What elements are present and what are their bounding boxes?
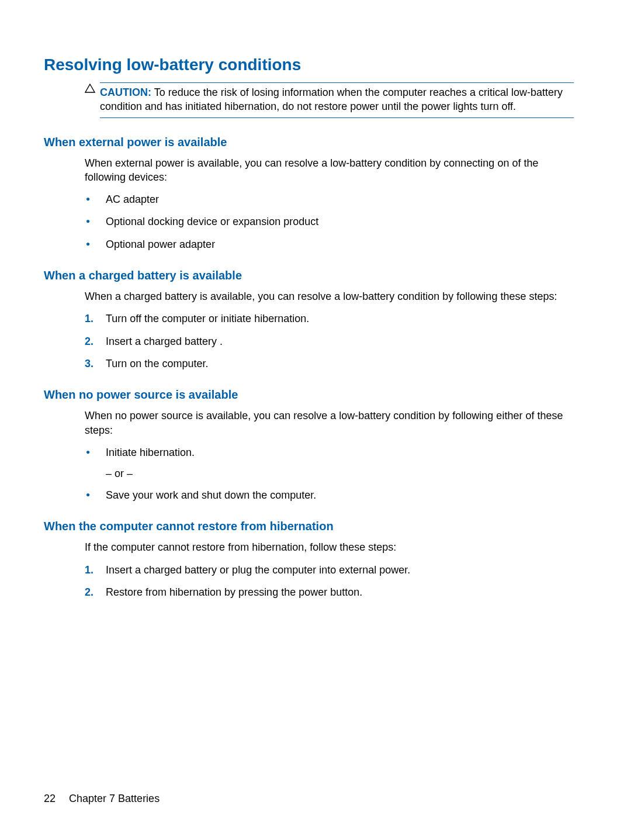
numbered-list: Turn off the computer or initiate hibern…	[85, 312, 574, 371]
paragraph: When a charged battery is available, you…	[85, 289, 574, 303]
list-item: Insert a charged battery or plug the com…	[85, 563, 574, 577]
list-item: Initiate hibernation.	[85, 445, 574, 459]
list-item: AC adapter	[85, 192, 574, 206]
list-item: Optional power adapter	[85, 237, 574, 251]
caution-note: CAUTION: To reduce the risk of losing in…	[85, 82, 574, 118]
list-item: Optional docking device or expansion pro…	[85, 215, 574, 229]
caution-box: CAUTION: To reduce the risk of losing in…	[100, 82, 574, 118]
caution-text: To reduce the risk of losing information…	[100, 87, 563, 112]
caution-triangle-icon	[85, 84, 95, 96]
list-item: Insert a charged battery .	[85, 334, 574, 348]
paragraph: When no power source is available, you c…	[85, 409, 574, 437]
list-item: Turn on the computer.	[85, 357, 574, 371]
list-item: Restore from hibernation by pressing the…	[85, 585, 574, 599]
list-item: Turn off the computer or initiate hibern…	[85, 312, 574, 326]
heading-charged-battery: When a charged battery is available	[44, 269, 574, 282]
heading-cannot-restore: When the computer cannot restore from hi…	[44, 520, 574, 533]
page-number: 22	[44, 793, 56, 804]
heading-no-power: When no power source is available	[44, 388, 574, 402]
bullet-list: Save your work and shut down the compute…	[85, 488, 574, 502]
or-separator: – or –	[106, 468, 574, 480]
list-item: Save your work and shut down the compute…	[85, 488, 574, 502]
heading-external-power: When external power is available	[44, 136, 574, 149]
bullet-list: Initiate hibernation.	[85, 445, 574, 459]
svg-marker-0	[85, 84, 95, 92]
heading-main: Resolving low-battery conditions	[44, 56, 574, 74]
chapter-label: Chapter 7 Batteries	[69, 793, 160, 804]
paragraph: If the computer cannot restore from hibe…	[85, 540, 574, 554]
document-page: Resolving low-battery conditions CAUTION…	[0, 0, 631, 840]
page-footer: 22 Chapter 7 Batteries	[44, 793, 160, 805]
caution-label: CAUTION:	[100, 87, 151, 98]
paragraph: When external power is available, you ca…	[85, 156, 574, 185]
bullet-list: AC adapter Optional docking device or ex…	[85, 192, 574, 251]
numbered-list: Insert a charged battery or plug the com…	[85, 563, 574, 600]
